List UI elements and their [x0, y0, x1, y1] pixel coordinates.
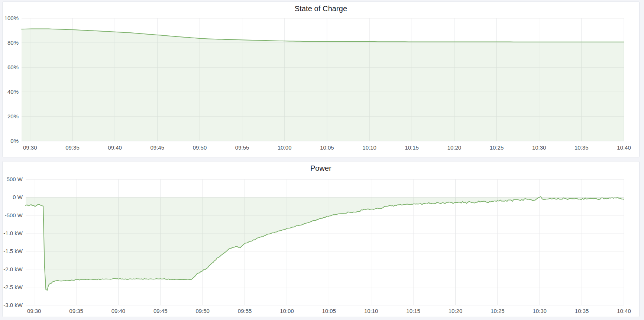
x-tick-label: 10:20	[447, 144, 462, 151]
x-tick-label: 09:50	[193, 144, 207, 151]
state-of-charge-area-fill	[22, 29, 624, 141]
y-tick-label: 40%	[7, 89, 19, 95]
panel-power: Power 500 W0 W-500 W-1.0 kW-1.5 kW-2.0 k…	[2, 161, 640, 317]
y-tick-label: -1.5 kW	[3, 248, 23, 254]
x-tick-label: 09:50	[195, 308, 210, 314]
y-tick-label: 80%	[7, 39, 19, 46]
x-tick-label: 09:55	[235, 144, 249, 151]
x-tick-label: 10:40	[617, 144, 631, 151]
x-tick-label: 10:30	[532, 144, 546, 151]
state-of-charge-chart[interactable]: 0%20%40%60%80%100%09:3009:3509:4009:4509…	[3, 2, 639, 157]
x-tick-label: 10:15	[405, 144, 419, 151]
power-area-fill	[26, 196, 624, 290]
x-tick-label: 10:25	[490, 144, 504, 151]
x-tick-label: 10:40	[617, 308, 631, 314]
y-tick-label: -3.0 kW	[3, 302, 23, 308]
y-tick-label: 100%	[4, 15, 19, 21]
x-tick-label: 10:15	[406, 308, 420, 314]
x-tick-label: 09:30	[27, 308, 41, 314]
x-tick-label: 10:30	[533, 308, 547, 314]
x-tick-label: 10:20	[449, 308, 463, 314]
power-chart[interactable]: 500 W0 W-500 W-1.0 kW-1.5 kW-2.0 kW-2.5 …	[3, 161, 639, 317]
x-tick-label: 09:30	[23, 144, 37, 151]
x-tick-label: 10:25	[491, 308, 505, 314]
x-tick-label: 09:35	[65, 144, 80, 151]
x-tick-label: 09:40	[111, 308, 126, 314]
y-tick-label: -1.0 kW	[3, 230, 23, 236]
panel-state-of-charge: State of Charge 0%20%40%60%80%100%09:300…	[2, 1, 640, 157]
y-tick-label: 20%	[7, 113, 19, 119]
x-tick-label: 10:05	[322, 308, 336, 314]
x-tick-label: 10:10	[364, 308, 378, 314]
x-tick-label: 09:45	[153, 308, 168, 314]
y-tick-label: -2.5 kW	[3, 284, 23, 290]
x-tick-label: 09:35	[69, 308, 83, 314]
y-tick-label: -500 W	[5, 212, 23, 218]
y-tick-label: 0 W	[13, 194, 23, 200]
y-tick-label: 0%	[10, 138, 19, 144]
y-tick-label: -2.0 kW	[3, 266, 23, 272]
dashboard: { "page": { "background": "#f3f4f8", "pa…	[0, 0, 644, 320]
x-tick-label: 10:00	[278, 144, 292, 151]
x-tick-label: 09:45	[151, 144, 165, 151]
x-tick-label: 09:55	[238, 308, 252, 314]
x-tick-label: 10:05	[320, 144, 334, 151]
x-tick-label: 10:10	[362, 144, 376, 151]
x-tick-label: 10:00	[280, 308, 294, 314]
x-tick-label: 10:35	[575, 144, 589, 151]
y-tick-label: 60%	[7, 64, 19, 70]
x-tick-label: 09:40	[108, 144, 122, 151]
x-tick-label: 10:35	[575, 308, 589, 314]
y-tick-label: 500 W	[7, 176, 23, 182]
